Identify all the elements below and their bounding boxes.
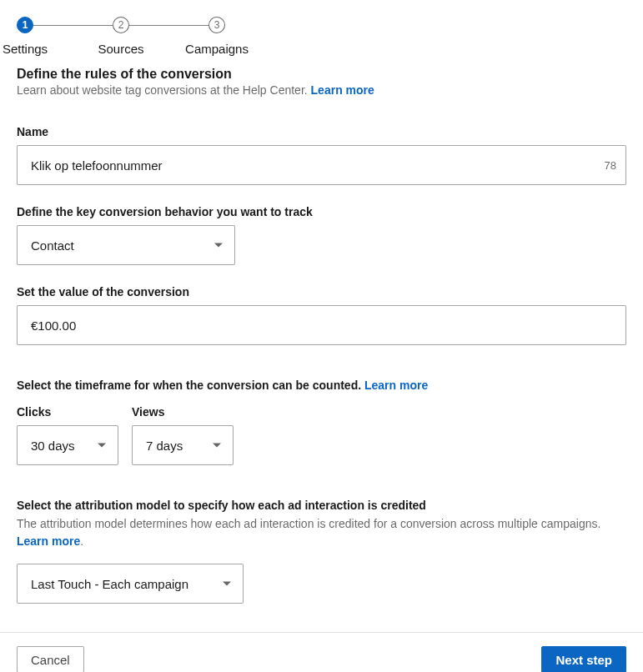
attribution-selected: Last Touch - Each campaign [31, 577, 188, 591]
value-input[interactable] [17, 305, 626, 345]
step-sources[interactable]: 2 Sources [113, 17, 208, 33]
clicks-select[interactable]: 30 days [17, 425, 118, 465]
attribution-period: . [80, 534, 83, 548]
step-circle-1: 1 [17, 17, 33, 33]
step-circle-3: 3 [208, 17, 225, 33]
step-connector [129, 25, 208, 26]
clicks-label: Clicks [17, 405, 118, 419]
page-title: Define the rules of the conversion [17, 67, 626, 82]
footer: Cancel Next step [0, 632, 643, 672]
step-label-campaigns: Campaigns [185, 42, 249, 56]
caret-down-icon [213, 444, 221, 448]
views-select[interactable]: 7 days [132, 425, 234, 465]
attribution-heading: Select the attribution model to specify … [17, 499, 626, 512]
step-connector [33, 25, 113, 26]
step-settings[interactable]: 1 Settings [17, 17, 113, 33]
timeframe-heading: Select the timeframe for when the conver… [17, 379, 626, 392]
stepper: 1 Settings 2 Sources 3 Campaigns [17, 17, 626, 33]
name-label: Name [17, 125, 626, 138]
learn-more-link-attribution[interactable]: Learn more [17, 534, 80, 548]
learn-more-link-timeframe[interactable]: Learn more [364, 379, 428, 392]
name-input-wrap: 78 [17, 145, 626, 185]
step-circle-2: 2 [113, 17, 129, 33]
behavior-label: Define the key conversion behavior you w… [17, 205, 626, 218]
value-label: Set the value of the conversion [17, 285, 626, 298]
step-label-settings: Settings [3, 42, 48, 56]
name-char-count: 78 [605, 159, 616, 172]
next-step-button[interactable]: Next step [541, 646, 626, 672]
name-input[interactable] [17, 145, 626, 185]
cancel-button[interactable]: Cancel [17, 646, 84, 672]
attribution-desc-text: The attribution model determines how eac… [17, 517, 600, 530]
step-campaigns[interactable]: 3 Campaigns [208, 17, 225, 33]
views-selected: 7 days [146, 439, 183, 453]
page-subtitle: Learn about website tag conversions at t… [17, 83, 626, 97]
clicks-selected: 30 days [31, 439, 75, 453]
behavior-select[interactable]: Contact [17, 225, 235, 265]
timeframe-heading-text: Select the timeframe for when the conver… [17, 379, 364, 392]
caret-down-icon [98, 444, 106, 448]
caret-down-icon [223, 582, 231, 586]
attribution-description: The attribution model determines how eac… [17, 515, 626, 550]
subtitle-text: Learn about website tag conversions at t… [17, 83, 311, 97]
behavior-selected: Contact [31, 238, 74, 253]
attribution-select[interactable]: Last Touch - Each campaign [17, 564, 244, 604]
views-label: Views [132, 405, 234, 419]
learn-more-link-header[interactable]: Learn more [311, 83, 374, 97]
step-label-sources: Sources [98, 42, 143, 56]
value-input-wrap [17, 305, 626, 345]
caret-down-icon [214, 243, 223, 248]
